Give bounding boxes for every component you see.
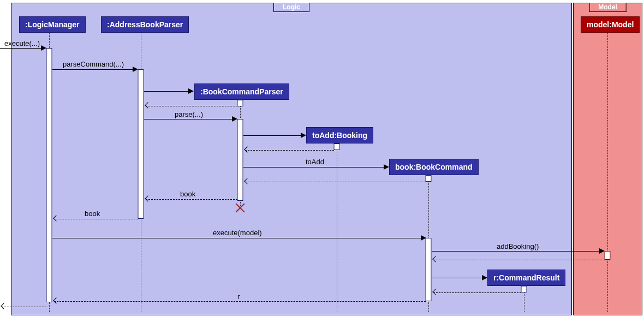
arrow-execute-in (41, 45, 46, 51)
msg-create-booking-return (245, 150, 334, 151)
head-model: model:Model (581, 16, 640, 33)
frame-logic: Logic (11, 3, 572, 315)
activation-book-command-1 (426, 175, 432, 182)
activation-book-command-parser-2 (237, 119, 243, 201)
head-address-book-parser: :AddressBookParser (101, 16, 189, 33)
activation-model (605, 251, 611, 260)
frame-model-title: Model (589, 3, 627, 12)
head-book-command: book:BookCommand (389, 159, 479, 175)
arrow-addbooking (599, 248, 605, 254)
head-logic-manager: :LogicManager (19, 16, 86, 33)
head-booking: toAdd:Booking (306, 127, 373, 143)
msg-addbooking-return (433, 260, 605, 260)
msg-book1 (146, 199, 237, 200)
activation-address-book-parser (138, 69, 144, 219)
arrow-toadd (384, 164, 389, 170)
msg-create-booking (243, 135, 305, 136)
msg-execute-model-label: execute(model) (213, 229, 262, 237)
head-book-command-parser: :BookCommandParser (194, 83, 289, 100)
msg-return-external (2, 307, 46, 307)
msg-create-bcp (144, 91, 192, 92)
msg-toadd-label: toAdd (306, 158, 324, 166)
arrow-create-bcp (188, 88, 194, 94)
arrow-create-cr (482, 275, 487, 280)
msg-book1-label: book (180, 190, 195, 198)
msg-book2-label: book (85, 210, 100, 218)
msg-book2 (54, 219, 138, 219)
activation-booking (334, 143, 340, 150)
msg-parse-command-label: parseCommand(...) (63, 60, 124, 68)
msg-execute-in (0, 48, 44, 49)
msg-execute-model (52, 238, 424, 238)
arrow-execute-model (421, 235, 426, 241)
frame-logic-title: Logic (273, 3, 309, 12)
activation-command-result (521, 286, 527, 292)
msg-parse-command (52, 69, 135, 70)
msg-addbooking (432, 251, 603, 252)
arrow-parse (232, 116, 237, 122)
head-command-result: r:CommandResult (487, 270, 565, 286)
msg-r-label: r (237, 292, 240, 301)
arrow-return-external (1, 303, 7, 309)
msg-parse (144, 119, 235, 119)
activation-book-command-parser-1 (237, 100, 243, 106)
msg-addbooking-label: addBooking() (497, 242, 539, 250)
arrow-parse-command (133, 67, 138, 72)
msg-execute-in-label: execute(...) (4, 39, 40, 47)
destroy-bcp-icon (234, 202, 246, 214)
msg-create-cr (432, 278, 486, 278)
activation-book-command-2 (426, 238, 432, 301)
msg-create-bcp-return (146, 106, 237, 106)
lifeline-model (607, 33, 608, 312)
msg-parse-label: parse(...) (175, 110, 203, 118)
activation-logic-manager (46, 48, 52, 302)
msg-create-cr-return (433, 292, 521, 293)
lifeline-booking (337, 143, 337, 312)
msg-toadd (243, 167, 387, 168)
arrow-create-booking (301, 133, 306, 138)
msg-toadd-return (245, 182, 426, 182)
msg-r (54, 301, 426, 302)
